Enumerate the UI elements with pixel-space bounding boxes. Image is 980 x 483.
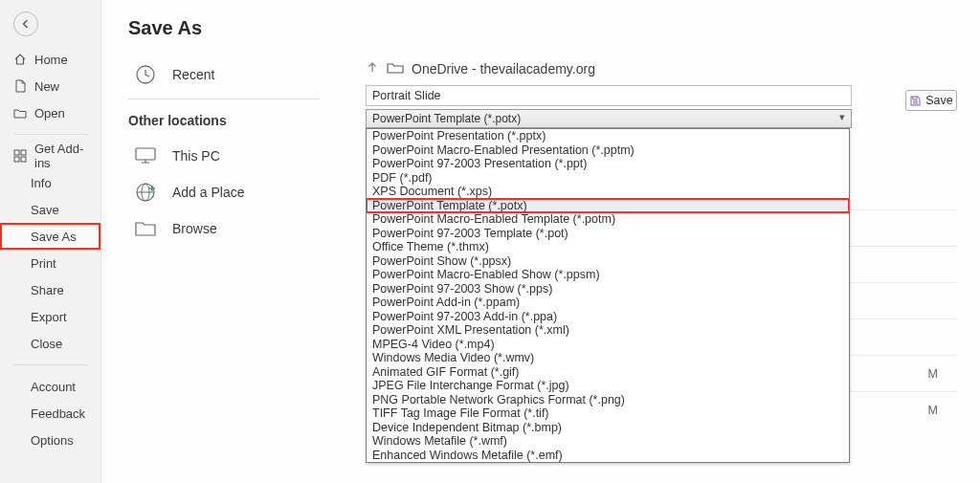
- filetype-option[interactable]: PowerPoint 97-2003 Add-in (*.ppa): [367, 310, 849, 324]
- svg-rect-5: [136, 148, 155, 160]
- location-addplace[interactable]: Add a Place: [128, 174, 320, 210]
- locations-column: Recent Other locations This PC Add a Pla…: [128, 56, 320, 247]
- sidebar-label-close: Close: [31, 337, 62, 351]
- svg-rect-1: [21, 150, 26, 155]
- path-up-button[interactable]: [366, 60, 379, 77]
- filetype-option[interactable]: Windows Media Video (*.wmv): [367, 351, 849, 365]
- filetype-option[interactable]: XPS Document (*.xps): [367, 185, 849, 199]
- filetype-option[interactable]: PowerPoint Macro-Enabled Show (*.ppsm): [367, 268, 849, 282]
- location-thispc[interactable]: This PC: [128, 138, 320, 174]
- sidebar-label-new: New: [34, 79, 59, 94]
- sidebar-label-info: Info: [31, 176, 52, 190]
- sidebar-item-saveas[interactable]: Save As: [0, 223, 100, 250]
- filetype-dropdown-button[interactable]: PowerPoint Template (*.potx): [366, 109, 852, 128]
- sidebar-label-saveas: Save As: [31, 230, 77, 244]
- location-browse[interactable]: Browse: [128, 210, 320, 247]
- app-root: Home New Open Get Add-ins Info Save: [0, 0, 980, 483]
- open-folder-icon: [13, 106, 27, 120]
- sidebar-item-close[interactable]: Close: [0, 330, 100, 357]
- sidebar-label-options: Options: [31, 433, 74, 448]
- filetype-option[interactable]: PDF (*.pdf): [367, 171, 849, 186]
- location-recent[interactable]: Recent: [128, 56, 320, 93]
- addplace-icon: [132, 179, 159, 206]
- browse-folder-icon: [132, 215, 159, 242]
- filetype-option[interactable]: PowerPoint 97-2003 Template (*.pot): [367, 227, 849, 241]
- sidebar-separator-1: [13, 134, 87, 135]
- sidebar-item-share[interactable]: Share: [0, 276, 100, 303]
- backstage-sidebar: Home New Open Get Add-ins Info Save: [0, 0, 101, 483]
- sidebar-item-info[interactable]: Info: [0, 169, 100, 196]
- filetype-option[interactable]: PowerPoint XML Presentation (*.xml): [367, 323, 849, 338]
- svg-rect-2: [14, 157, 19, 162]
- filetype-option[interactable]: TIFF Tag Image File Format (*.tif): [367, 406, 849, 421]
- filetype-dropdown-list: PowerPoint Presentation (*.pptx)PowerPoi…: [366, 128, 850, 463]
- filetype-option[interactable]: Office Theme (*.thmx): [367, 240, 849, 254]
- sidebar-item-new[interactable]: New: [0, 73, 100, 99]
- main-panel: Save As Recent Other locations This PC: [101, 0, 980, 483]
- sidebar-label-print: Print: [31, 256, 56, 271]
- path-location-text[interactable]: OneDrive - thevailacademy.org: [412, 61, 595, 77]
- filetype-option[interactable]: PowerPoint Macro-Enabled Template (*.pot…: [367, 212, 849, 227]
- sidebar-label-save: Save: [31, 203, 59, 217]
- sidebar-item-open[interactable]: Open: [0, 99, 100, 126]
- filetype-option[interactable]: Windows Metafile (*.wmf): [367, 434, 849, 449]
- addins-icon: [13, 149, 27, 163]
- filetype-option[interactable]: PowerPoint 97-2003 Presentation (*.ppt): [367, 157, 849, 171]
- up-arrow-icon: [366, 60, 379, 74]
- home-icon: [13, 53, 27, 66]
- sidebar-item-options[interactable]: Options: [0, 427, 100, 453]
- save-details-column: M M OneDrive - thevailacademy.org Power: [366, 56, 957, 247]
- sidebar-label-share: Share: [31, 283, 64, 297]
- filetype-option[interactable]: PNG Portable Network Graphics Format (*.…: [367, 393, 849, 407]
- filetype-option[interactable]: PowerPoint 97-2003 Show (*.pps): [367, 282, 849, 296]
- svg-rect-3: [21, 157, 26, 162]
- filetype-option[interactable]: PowerPoint Template (*.potx): [367, 199, 849, 213]
- filetype-option[interactable]: Enhanced Windows Metafile (*.emf): [367, 449, 849, 463]
- sidebar-item-home[interactable]: Home: [0, 46, 100, 73]
- location-thispc-label: This PC: [172, 148, 220, 164]
- filetype-option[interactable]: PowerPoint Presentation (*.pptx): [367, 129, 849, 143]
- path-row: OneDrive - thevailacademy.org: [366, 56, 957, 81]
- recent-icon: [132, 61, 159, 88]
- sidebar-item-save[interactable]: Save: [0, 196, 100, 223]
- bg-row-tail-2: M: [928, 404, 938, 417]
- sidebar-item-feedback[interactable]: Feedback: [0, 400, 100, 427]
- sidebar-item-print[interactable]: Print: [0, 250, 100, 276]
- filetype-option[interactable]: PowerPoint Add-in (*.ppam): [367, 296, 849, 310]
- sidebar-item-export[interactable]: Export: [0, 303, 100, 330]
- bg-row-tail-1: M: [928, 367, 938, 381]
- other-locations-header: Other locations: [128, 113, 320, 128]
- back-arrow-icon: [20, 18, 32, 30]
- location-recent-label: Recent: [172, 67, 214, 82]
- sidebar-label-account: Account: [31, 380, 76, 394]
- locations-separator: [128, 99, 320, 99]
- filename-input[interactable]: [366, 85, 852, 106]
- sidebar-label-feedback: Feedback: [31, 406, 85, 421]
- save-button-label: Save: [925, 94, 953, 107]
- filetype-option[interactable]: PowerPoint Macro-Enabled Presentation (*…: [367, 143, 849, 158]
- sidebar-label-export: Export: [31, 310, 67, 324]
- filetype-selected-label: PowerPoint Template (*.potx): [372, 112, 521, 125]
- folder-icon: [387, 61, 404, 77]
- sidebar-label-getaddins: Get Add-ins: [34, 142, 87, 170]
- sidebar-item-account[interactable]: Account: [0, 373, 100, 400]
- filetype-option[interactable]: Device Independent Bitmap (*.bmp): [367, 421, 849, 435]
- thispc-icon: [132, 143, 159, 169]
- sidebar-label-home: Home: [34, 53, 68, 67]
- filetype-dropdown-scroll[interactable]: PowerPoint Presentation (*.pptx)PowerPoi…: [367, 129, 849, 462]
- save-button[interactable]: Save: [905, 90, 957, 111]
- location-browse-label: Browse: [172, 221, 217, 236]
- columns: Recent Other locations This PC Add a Pla…: [128, 56, 957, 247]
- filetype-row: PowerPoint Template (*.potx) PowerPoint …: [366, 109, 852, 128]
- location-addplace-label: Add a Place: [172, 185, 245, 200]
- filetype-option[interactable]: Animated GIF Format (*.gif): [367, 365, 849, 380]
- filetype-option[interactable]: JPEG File Interchange Format (*.jpg): [367, 379, 849, 393]
- sidebar-separator-2: [13, 364, 87, 365]
- filetype-option[interactable]: PowerPoint Show (*.ppsx): [367, 254, 849, 269]
- filetype-option[interactable]: MPEG-4 Video (*.mp4): [367, 338, 849, 352]
- page-title: Save As: [128, 17, 957, 39]
- back-button[interactable]: [13, 11, 38, 36]
- save-icon: [909, 95, 922, 107]
- svg-rect-0: [14, 150, 19, 155]
- sidebar-item-getaddins[interactable]: Get Add-ins: [0, 143, 100, 169]
